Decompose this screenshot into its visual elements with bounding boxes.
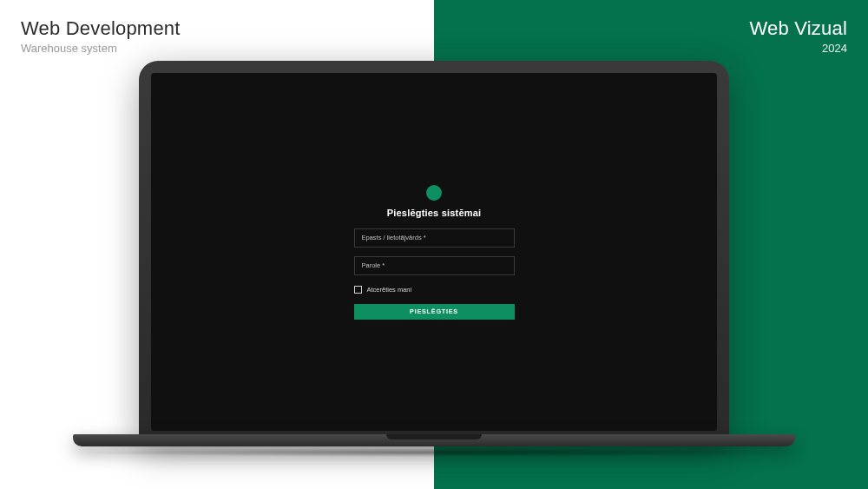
header-year: 2024 xyxy=(750,42,847,55)
header-project-name: Warehouse system xyxy=(21,42,181,55)
login-form: Pieslēgties sistēmai Epasts / lietotājvā… xyxy=(354,185,515,320)
laptop-base xyxy=(73,434,795,455)
login-heading: Pieslēgties sistēmai xyxy=(387,208,482,218)
laptop-shadow xyxy=(73,448,795,457)
presentation-slide: Web Development Warehouse system Web Viz… xyxy=(0,0,868,489)
slide-header: Web Development Warehouse system Web Viz… xyxy=(21,17,847,55)
header-left: Web Development Warehouse system xyxy=(21,17,181,55)
laptop-notch xyxy=(386,434,482,439)
submit-button[interactable]: PIESLĒGTIES xyxy=(354,304,515,320)
header-brand: Web Vizual xyxy=(750,17,847,40)
header-right: Web Vizual 2024 xyxy=(750,17,847,55)
logo-icon xyxy=(426,185,442,201)
remember-label: Atcerēties mani xyxy=(367,286,412,294)
username-placeholder: Epasts / lietotājvārds * xyxy=(362,234,426,241)
laptop-base-slab xyxy=(73,434,795,446)
laptop-screen: Pieslēgties sistēmai Epasts / lietotājvā… xyxy=(151,73,717,431)
header-category: Web Development xyxy=(21,17,181,40)
laptop-lid: Pieslēgties sistēmai Epasts / lietotājvā… xyxy=(139,61,729,443)
submit-label: PIESLĒGTIES xyxy=(410,307,458,315)
remember-me[interactable]: Atcerēties mani xyxy=(354,286,515,294)
username-field[interactable]: Epasts / lietotājvārds * xyxy=(354,228,515,248)
checkbox-icon[interactable] xyxy=(354,286,362,294)
password-field[interactable]: Parole * xyxy=(354,256,515,275)
laptop-mockup: Pieslēgties sistēmai Epasts / lietotājvā… xyxy=(139,61,729,443)
password-placeholder: Parole * xyxy=(362,261,385,269)
